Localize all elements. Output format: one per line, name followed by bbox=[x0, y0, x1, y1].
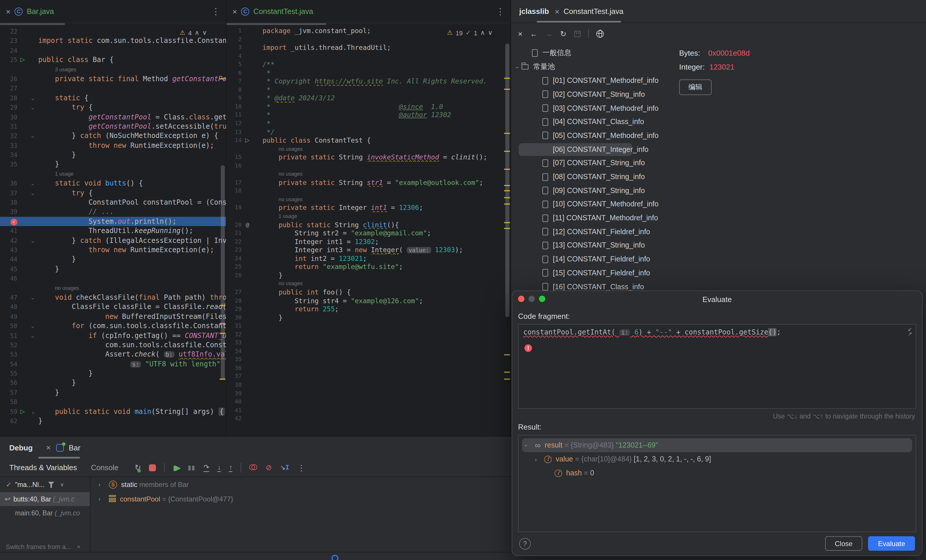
toolwindow-title-jclasslib[interactable]: jclasslib bbox=[519, 7, 549, 16]
code-text[interactable]: // ... bbox=[38, 207, 226, 217]
code-line[interactable]: 21 String str2 = "example@gmail.com"; bbox=[227, 229, 510, 238]
code-line[interactable]: 49 new BufferedInputStream(Files.newInpu… bbox=[0, 312, 226, 321]
code-line[interactable]: 34 bbox=[227, 347, 510, 356]
line-number[interactable]: 29 bbox=[227, 305, 242, 313]
chevron-down-icon[interactable]: › bbox=[514, 63, 522, 71]
fold-icon[interactable]: › bbox=[28, 407, 38, 416]
inspection-marker[interactable] bbox=[219, 333, 225, 334]
prev-warning-icon[interactable]: ∧ bbox=[195, 29, 199, 36]
inspection-marker[interactable] bbox=[504, 378, 510, 380]
code-line[interactable]: 35 bbox=[227, 356, 510, 364]
line-number[interactable]: 42 bbox=[227, 415, 242, 423]
close-icon[interactable]: × bbox=[232, 7, 237, 16]
code-line[interactable]: 8 * bbox=[227, 86, 510, 94]
line-number[interactable]: ✓ bbox=[0, 217, 17, 226]
close-icon[interactable]: × bbox=[555, 7, 560, 16]
code-text[interactable]: getConstantPool = Class.class.getDeclare… bbox=[38, 112, 226, 122]
line-number[interactable]: 44 bbox=[0, 255, 17, 264]
close-button[interactable]: Close bbox=[825, 536, 862, 551]
usage-annotation[interactable]: no usages bbox=[227, 170, 303, 179]
line-number[interactable]: 14 bbox=[227, 136, 242, 145]
inspection-marker[interactable] bbox=[504, 372, 510, 373]
code-text[interactable]: try { bbox=[38, 188, 226, 198]
code-line[interactable]: ✓ System.out.println(); bbox=[0, 217, 226, 226]
code-line[interactable]: 43 throw new RuntimeException(e); bbox=[0, 245, 226, 255]
next-warning-icon[interactable]: ∨ bbox=[488, 29, 493, 36]
usage-annotation[interactable]: 3 usages bbox=[0, 65, 76, 74]
code-text[interactable]: Assert.check( b: utf8Info.value bbox=[38, 350, 226, 359]
line-number[interactable]: 35 bbox=[0, 160, 17, 169]
line-number[interactable]: 28 bbox=[0, 93, 17, 103]
line-number[interactable]: 57 bbox=[0, 388, 17, 397]
code-line[interactable]: 29 return 255; bbox=[227, 305, 510, 313]
window-zoom-button[interactable] bbox=[539, 296, 545, 302]
code-line[interactable]: 25▷public class Bar { bbox=[0, 55, 226, 65]
code-line[interactable]: 59▷› public static void main(String[] ar… bbox=[0, 407, 226, 416]
line-number[interactable]: 39 bbox=[227, 389, 242, 398]
line-number[interactable]: 26 bbox=[227, 271, 242, 280]
line-number[interactable]: 42 bbox=[0, 236, 17, 245]
chevron-down-icon[interactable]: › bbox=[29, 184, 38, 186]
code-line[interactable]: 44 } bbox=[0, 255, 226, 264]
next-warning-icon[interactable]: ∨ bbox=[202, 29, 207, 36]
code-text[interactable]: return "example@wtfu.site"; bbox=[262, 263, 510, 271]
code-text[interactable] bbox=[38, 46, 226, 55]
code-line[interactable]: 25 return "example@wtfu.site"; bbox=[227, 263, 510, 271]
code-line[interactable]: 22 Integer int1 = 12302; bbox=[227, 238, 510, 246]
code-line[interactable]: 6 * bbox=[227, 69, 510, 77]
line-number[interactable]: 54 bbox=[0, 359, 17, 369]
line-number[interactable]: 59 bbox=[0, 407, 17, 416]
line-number[interactable]: 37 bbox=[227, 372, 242, 381]
line-number[interactable]: 41 bbox=[0, 226, 17, 236]
code-text[interactable] bbox=[262, 356, 510, 364]
variable-row[interactable]: ›Sstatic members of Bar bbox=[91, 477, 512, 492]
code-text[interactable]: public static void main(String[] args) { bbox=[38, 407, 226, 416]
line-number[interactable]: 53 bbox=[0, 350, 17, 359]
code-line[interactable]: 11 * @author 12302 bbox=[227, 111, 510, 120]
code-text[interactable]: * bbox=[262, 86, 510, 94]
code-text[interactable]: new BufferedInputStream(Files.newInputSt… bbox=[38, 312, 226, 321]
window-close-button[interactable] bbox=[518, 296, 524, 302]
breakpoint-icon[interactable]: ✓ bbox=[11, 219, 17, 226]
code-text[interactable]: private static String str1 = "example@ou… bbox=[262, 179, 510, 187]
usage-annotation[interactable]: no usages bbox=[227, 145, 303, 153]
inspection-marker[interactable] bbox=[504, 190, 510, 191]
usage-annotation[interactable]: no usages bbox=[227, 195, 303, 204]
code-line[interactable]: 35 } bbox=[0, 160, 226, 169]
code-line[interactable]: 17 private static String str1 = "example… bbox=[227, 179, 510, 187]
close-icon[interactable]: × bbox=[518, 29, 522, 38]
help-icon[interactable]: ? bbox=[519, 538, 531, 549]
window-minimize-button[interactable] bbox=[528, 296, 535, 302]
code-text[interactable] bbox=[262, 364, 510, 372]
code-text[interactable]: } bbox=[38, 255, 226, 264]
code-text[interactable] bbox=[262, 415, 510, 423]
chevron-down-icon[interactable]: › bbox=[29, 336, 38, 338]
line-number[interactable]: 38 bbox=[227, 381, 242, 389]
code-line[interactable]: 30 } bbox=[227, 313, 510, 322]
line-number[interactable]: 17 bbox=[227, 179, 242, 187]
code-line[interactable]: 26 private static final Method getConsta… bbox=[0, 74, 226, 84]
code-text[interactable]: Integer int1 = 12302; bbox=[262, 238, 510, 246]
filter-icon[interactable] bbox=[48, 481, 54, 488]
code-text[interactable]: private static String invokeStaticMethod… bbox=[262, 153, 510, 162]
code-line[interactable]: 50› for (com.sun.tools.classfile.Constan… bbox=[0, 321, 226, 331]
line-number[interactable]: 12 bbox=[227, 120, 242, 128]
code-text[interactable]: * @author 12302 bbox=[262, 111, 510, 120]
code-line[interactable]: 55 } bbox=[0, 369, 226, 378]
line-number[interactable]: 36 bbox=[227, 364, 242, 372]
stack-frame[interactable]: main:60, Bar (_jvm.co bbox=[0, 506, 90, 520]
code-text[interactable]: ClassFile classFile = ClassFile.read( bbox=[38, 302, 226, 312]
code-line[interactable]: 30 getConstantPool = Class.class.getDecl… bbox=[0, 112, 226, 122]
inspection-marker[interactable] bbox=[504, 354, 510, 356]
line-number[interactable]: 1 bbox=[227, 27, 242, 35]
code-line[interactable]: 7 * Copyright https://wtfu.site Inc. All… bbox=[227, 77, 510, 86]
inspection-marker[interactable] bbox=[504, 133, 510, 134]
line-number[interactable]: 43 bbox=[0, 245, 17, 255]
code-line[interactable]: 3import _utils.thread.ThreadUtil; bbox=[227, 44, 510, 52]
more-options-icon[interactable]: ⋮ bbox=[297, 463, 306, 472]
line-number[interactable]: 34 bbox=[0, 150, 17, 160]
code-text[interactable]: * bbox=[262, 120, 510, 128]
code-text[interactable]: ConstantPool constantPool = (ConstantPoo… bbox=[38, 198, 226, 207]
code-line[interactable]: 24 bbox=[0, 46, 226, 55]
tab-console[interactable]: Console bbox=[91, 463, 118, 472]
